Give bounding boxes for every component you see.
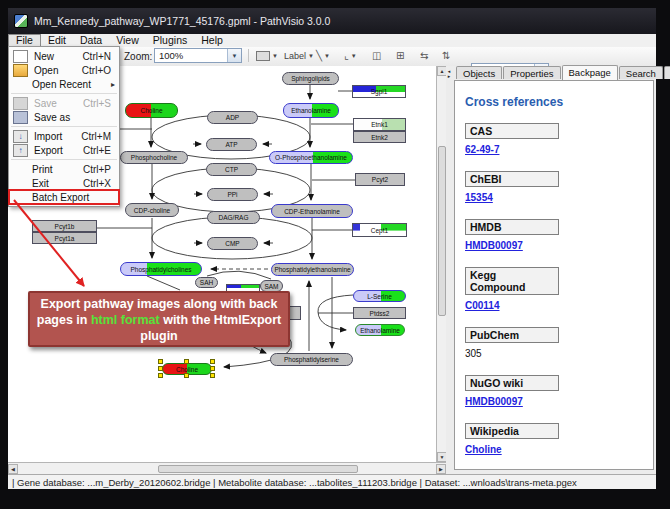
file-menu-item-import[interactable]: ↓ImportCtrl+M <box>9 129 119 143</box>
xref-section-cas: CAS62-49-7 <box>465 123 653 157</box>
metabolite-node-dag-rag[interactable]: DAG/RAG <box>207 211 260 224</box>
file-menu-item-open-recent[interactable]: Open Recent▸ <box>9 77 119 91</box>
menu-item-shortcut: Ctrl+P <box>83 164 111 175</box>
import-icon: ↓ <box>13 130 28 143</box>
chevron-down-icon[interactable]: ▼ <box>272 53 278 59</box>
file-menu-item-print[interactable]: PrintCtrl+P <box>9 162 119 176</box>
canvas-horizontal-scrollbar[interactable]: ◀ ▶ <box>8 462 446 474</box>
xref-link[interactable]: Choline <box>465 444 502 455</box>
chevron-down-icon[interactable]: ▼ <box>324 53 330 59</box>
gene-node-pcyt1a[interactable]: Pcyt1a <box>32 232 97 244</box>
metabolite-node-phosphatidylcholines[interactable]: Phosphatidylcholines <box>120 262 202 276</box>
canvas-vertical-scrollbar[interactable]: ▲ ▼ <box>436 66 446 462</box>
gene-node-pcyt2[interactable]: Pcyt2 <box>355 173 405 186</box>
menu-plugins[interactable]: Plugins <box>146 34 194 47</box>
new-connector-button[interactable]: ⌞ ▼ <box>342 48 359 63</box>
submenu-arrow-icon: ▸ <box>111 80 115 89</box>
metabolite-node-cdp-choline[interactable]: CDP-choline <box>125 203 179 217</box>
new-line-button[interactable]: ╲ ▼ <box>314 48 332 63</box>
menu-help[interactable]: Help <box>194 34 230 47</box>
file-menu-item-new[interactable]: NewCtrl+N <box>9 49 119 63</box>
metabolite-node-ppi[interactable]: PPi <box>207 188 258 201</box>
menu-item-label: Print <box>32 164 53 175</box>
xref-link[interactable]: HMDB00097 <box>465 396 523 407</box>
tab-properties[interactable]: Properties <box>503 66 560 79</box>
metabolite-node-choline[interactable]: Choline <box>125 103 178 118</box>
scrollbar-thumb[interactable] <box>438 146 446 316</box>
gene-node-pcyt1b[interactable]: Pcyt1b <box>32 220 97 232</box>
align-middle-button[interactable]: ⊞ <box>394 48 406 63</box>
distribute-vertical-icon: ⇅ <box>442 50 450 61</box>
menu-item-label: Open Recent <box>32 79 91 90</box>
metabolite-node-l-serine[interactable]: L-Serine <box>353 290 406 302</box>
split-pane-divider[interactable]: ◂▸ <box>446 66 452 474</box>
menu-item-label: Batch Export <box>32 192 89 203</box>
gene-node-etnk2[interactable]: Etnk2 <box>353 131 406 143</box>
align-center-button[interactable]: ◫ <box>370 48 383 63</box>
file-menu-item-export[interactable]: ↑ExportCtrl+E <box>9 143 119 157</box>
xref-section-chebi: ChEBI15354 <box>465 171 653 205</box>
app-icon <box>14 14 28 28</box>
xref-section-pubchem: PubChem305 <box>465 327 653 361</box>
tab-objects[interactable]: Objects <box>456 66 502 79</box>
metabolite-node-sah[interactable]: SAH <box>195 277 218 288</box>
chevron-down-icon[interactable]: ▼ <box>351 53 357 59</box>
xref-link[interactable]: 62-49-7 <box>465 144 499 155</box>
selection-handle[interactable] <box>158 373 163 378</box>
metabolite-node-ethanolamine[interactable]: Ethanolamine <box>283 103 339 118</box>
pathvisio-window: { "window": { "title": "Mm_Kennedy_pathw… <box>0 0 670 509</box>
metabolite-node-ethanolamine[interactable]: Ethanolamine <box>355 324 405 336</box>
metabolite-node-atp[interactable]: ATP <box>206 138 257 151</box>
metabolite-node-cdp-ethanolamine[interactable]: CDP-Ethanolamine <box>271 204 353 218</box>
callout-text: with the HtmlExport plugin <box>140 313 281 343</box>
metabolite-node-sphingolipids[interactable]: Sphingolipids <box>282 72 339 85</box>
gene-node-cept1[interactable]: Cept1 <box>352 223 407 237</box>
distribute-horizontal-button[interactable]: ⇆ <box>418 48 430 63</box>
save-icon <box>13 97 28 110</box>
gene-node-sgpl1[interactable]: Sgpl1 <box>352 85 406 98</box>
xref-section-wikipedia: WikipediaCholine <box>465 423 653 457</box>
new-datanode-button[interactable]: ▼ <box>254 48 280 63</box>
gene-node-etnk1[interactable]: Etnk1 <box>353 118 406 131</box>
new-label-button[interactable]: Label ▼ <box>282 48 316 63</box>
metabolite-node-phosphocholine[interactable]: Phosphocholine <box>120 151 188 164</box>
selection-handle[interactable] <box>184 373 189 378</box>
export-icon: ↑ <box>13 144 28 157</box>
distribute-vertical-button[interactable]: ⇅ <box>440 48 452 63</box>
file-menu-item-batch-export[interactable]: Batch Export <box>9 190 119 204</box>
file-menu-item-exit[interactable]: ExitCtrl+X <box>9 176 119 190</box>
distribute-horizontal-icon: ⇆ <box>420 50 428 61</box>
metabolite-node-phosphatidylethanolamine[interactable]: Phosphatidylethanolamine <box>271 263 354 276</box>
xref-link[interactable]: HMDB00097 <box>465 240 523 251</box>
toolbar-separator <box>248 49 249 62</box>
selection-handle[interactable] <box>210 359 215 364</box>
xref-link[interactable]: C00114 <box>465 300 499 311</box>
gene-node-ptdss2[interactable]: Ptdss2 <box>353 307 406 319</box>
file-menu-item-save[interactable]: SaveCtrl+S <box>9 96 119 110</box>
scrollbar-thumb[interactable] <box>158 465 358 473</box>
tab-search[interactable]: Search <box>619 66 663 79</box>
tab-legend[interactable]: Legend <box>664 66 670 79</box>
scroll-right-icon[interactable]: ▶ <box>436 464 446 474</box>
title-bar[interactable]: Mm_Kennedy_pathway_WP1771_45176.gpml - P… <box>8 8 656 34</box>
selection-handle[interactable] <box>158 359 163 364</box>
metabolite-node-cmp[interactable]: CMP <box>207 237 258 250</box>
metabolite-node-ctp[interactable]: CTP <box>206 163 257 176</box>
save-as-icon <box>13 111 28 124</box>
menu-item-label: New <box>34 51 54 62</box>
tab-backpage[interactable]: Backpage <box>562 65 618 80</box>
metabolite-node-adp[interactable]: ADP <box>207 111 258 124</box>
chevron-down-icon[interactable]: ▼ <box>227 49 241 62</box>
zoom-combobox[interactable]: 100%▼ <box>154 48 242 63</box>
selection-handle[interactable] <box>210 373 215 378</box>
xref-link[interactable]: 15354 <box>465 192 493 203</box>
selection-handle[interactable] <box>210 366 215 371</box>
selection-handle[interactable] <box>184 359 189 364</box>
scroll-left-icon[interactable]: ◀ <box>8 464 18 474</box>
window-title: Mm_Kennedy_pathway_WP1771_45176.gpml - P… <box>34 15 330 27</box>
metabolite-node-phosphatidylserine[interactable]: Phosphatidylserine <box>270 353 353 366</box>
file-menu-item-open[interactable]: OpenCtrl+O <box>9 63 119 77</box>
selection-handle[interactable] <box>158 366 163 371</box>
file-menu-item-save-as[interactable]: Save as <box>9 110 119 124</box>
metabolite-node-o-phosphoethanolamine[interactable]: O-Phosphoethanolamine <box>269 151 353 164</box>
